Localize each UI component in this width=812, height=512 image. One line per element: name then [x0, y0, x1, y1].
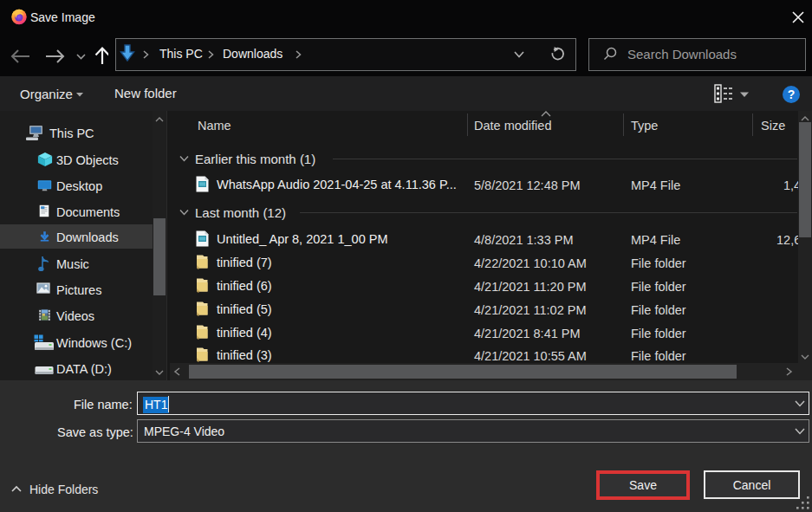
- svg-text:?: ?: [788, 87, 796, 101]
